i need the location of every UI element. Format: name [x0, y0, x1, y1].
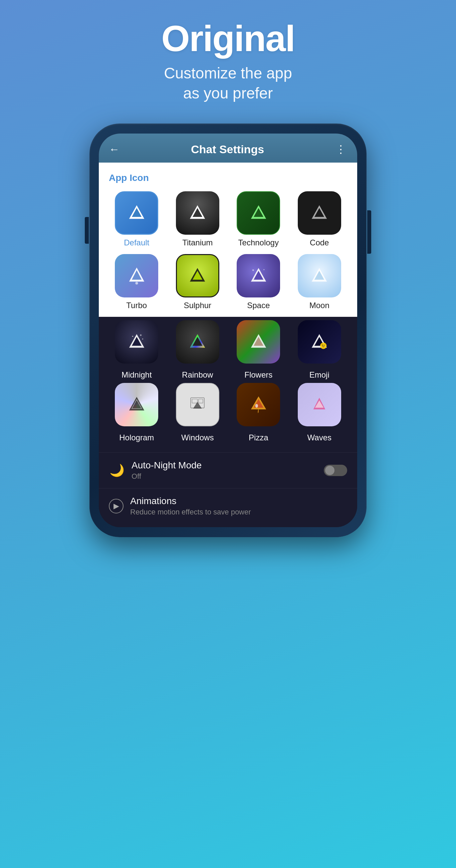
icon-label-code: Code: [310, 238, 329, 247]
play-icon: ▶: [109, 499, 123, 514]
icon-flowers: [237, 320, 280, 364]
svg-point-32: [324, 345, 325, 345]
icon-item-hologram[interactable]: Hologram: [109, 383, 164, 442]
setting-text-animations: Animations Reduce motion effects to save…: [130, 496, 347, 517]
icon-label-midnight: Midnight: [122, 370, 152, 380]
section-title-app-icon: App Icon: [109, 173, 347, 183]
icon-label-turbo: Turbo: [126, 301, 147, 310]
icon-item-emoji[interactable]: Emoji: [292, 320, 347, 380]
icon-label-space: Space: [247, 301, 270, 310]
svg-point-22: [140, 335, 142, 336]
moon-icon: 🌙: [109, 462, 125, 478]
icon-label-technology: Technology: [238, 238, 279, 247]
icon-rainbow: [176, 320, 219, 364]
phone-wrapper: ← Chat Settings ⋮ App Icon: [89, 124, 367, 537]
icon-grid-row3: Midnight: [99, 317, 357, 383]
icon-default: [115, 191, 158, 235]
svg-point-41: [255, 404, 258, 408]
auto-night-toggle[interactable]: [324, 465, 347, 476]
icon-item-moon[interactable]: Moon: [292, 254, 347, 310]
icon-grid-row2: Turbo Sulphur: [109, 254, 347, 317]
svg-point-23: [142, 339, 143, 340]
app-icon-section: App Icon Default: [99, 163, 357, 317]
icon-label-moon: Moon: [309, 301, 330, 310]
icon-code: [298, 191, 341, 235]
icon-label-emoji: Emoji: [309, 370, 330, 380]
header-section: Original Customize the app as you prefer: [161, 0, 295, 117]
icon-item-midnight[interactable]: Midnight: [109, 320, 164, 380]
overflow-menu-button[interactable]: ⋮: [335, 143, 347, 156]
auto-night-title: Auto-Night Mode: [131, 460, 324, 471]
setting-row-auto-night[interactable]: 🌙 Auto-Night Mode Off: [99, 452, 357, 488]
icon-label-rainbow: Rainbow: [182, 370, 213, 380]
svg-point-16: [263, 269, 264, 270]
page-subtitle: Customize the app as you prefer: [161, 63, 295, 103]
setting-row-animations[interactable]: ▶ Animations Reduce motion effects to sa…: [99, 488, 357, 524]
icon-item-pizza[interactable]: Pizza: [231, 383, 286, 442]
svg-point-10: [135, 282, 138, 284]
icon-item-waves[interactable]: Waves: [292, 383, 347, 442]
animations-subtitle: Reduce motion effects to save power: [130, 508, 347, 517]
animations-title: Animations: [130, 496, 347, 506]
back-button[interactable]: ←: [109, 143, 120, 156]
svg-rect-36: [192, 399, 197, 403]
icon-pizza: [237, 383, 280, 426]
svg-rect-37: [199, 399, 203, 403]
icon-grid-row4: Hologram Windows: [99, 383, 357, 449]
icon-space: [237, 254, 280, 298]
setting-text-auto-night: Auto-Night Mode Off: [131, 460, 324, 481]
phone-outer: ← Chat Settings ⋮ App Icon: [89, 124, 367, 537]
page-title: Original: [161, 20, 295, 57]
icon-item-rainbow[interactable]: Rainbow: [170, 320, 226, 380]
icon-label-default: Default: [124, 238, 149, 247]
icon-label-pizza: Pizza: [249, 433, 268, 442]
icon-item-titanium[interactable]: Titanium: [170, 191, 226, 247]
auto-night-subtitle: Off: [131, 472, 324, 481]
icon-grid-row1: Default Titanium: [109, 191, 347, 254]
icon-turbo: [115, 254, 158, 298]
icon-technology: [237, 191, 280, 235]
icon-item-space[interactable]: Space: [231, 254, 286, 310]
icon-item-technology[interactable]: Technology: [231, 191, 286, 247]
svg-point-21: [132, 336, 133, 337]
icon-midnight: [115, 320, 158, 364]
icon-label-windows: Windows: [181, 433, 214, 442]
icon-emoji: [298, 320, 341, 364]
icon-waves: [298, 383, 341, 426]
icon-item-sulphur[interactable]: Sulphur: [170, 254, 226, 310]
icon-item-turbo[interactable]: Turbo: [109, 254, 164, 310]
app-bar: ← Chat Settings ⋮: [99, 133, 357, 163]
icon-item-code[interactable]: Code: [292, 191, 347, 247]
phone-screen: ← Chat Settings ⋮ App Icon: [99, 133, 357, 527]
svg-point-31: [322, 345, 323, 345]
app-bar-title: Chat Settings: [191, 143, 264, 156]
icon-label-flowers: Flowers: [244, 370, 272, 380]
icon-sulphur: [176, 254, 219, 298]
icon-hologram: [115, 383, 158, 426]
svg-point-30: [320, 343, 327, 349]
icon-windows: [176, 383, 219, 426]
icon-label-titanium: Titanium: [182, 238, 213, 247]
icon-label-sulphur: Sulphur: [184, 301, 211, 310]
icon-titanium: [176, 191, 219, 235]
settings-list: 🌙 Auto-Night Mode Off ▶ Animations Reduc…: [99, 449, 357, 527]
icon-label-waves: Waves: [307, 433, 332, 442]
icon-moon: [298, 254, 341, 298]
icon-item-flowers[interactable]: Flowers: [231, 320, 286, 380]
svg-point-15: [252, 270, 254, 271]
icon-item-windows[interactable]: Windows: [170, 383, 226, 442]
icon-label-hologram: Hologram: [119, 433, 154, 442]
icon-item-default[interactable]: Default: [109, 191, 164, 247]
svg-marker-38: [193, 402, 202, 408]
